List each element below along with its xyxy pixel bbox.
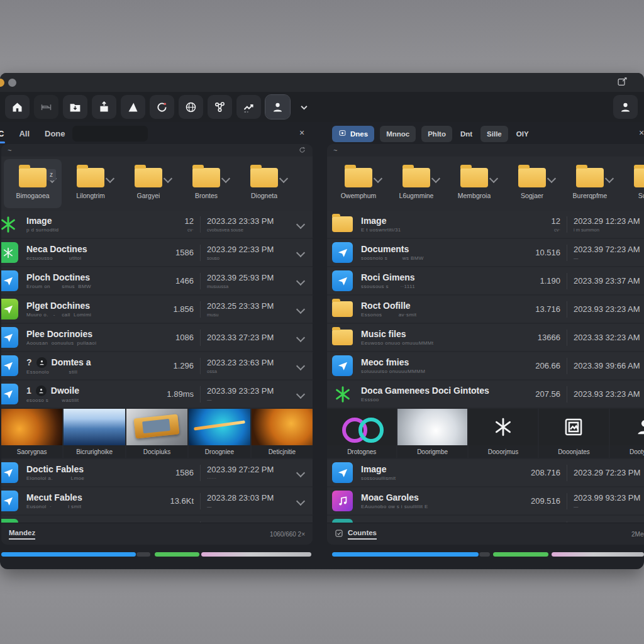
chevron-down-icon[interactable] [279, 174, 288, 183]
thumbnail-tile[interactable]: Saorygnas [1, 409, 62, 458]
thumbnail-tile[interactable]: Doorigmbe [397, 409, 467, 458]
folder-chip[interactable]: Gargyei [119, 159, 177, 208]
file-row[interactable]: Doctic FablesEionolol a. Lmoe15862023.39… [1, 459, 313, 486]
file-row[interactable]: Imagesossouullismit208.7162023.29 72:23 … [327, 459, 644, 486]
expand-chevron[interactable] [292, 221, 309, 228]
chevron-down-icon[interactable] [164, 174, 172, 183]
file-row[interactable]: Imagep d surnodtid12cv·2023.23 23:33 PMc… [1, 211, 313, 238]
left-footer-label[interactable]: Mandez [9, 529, 35, 540]
file-row[interactable]: Plee DocrinoiesAoousan oonuulus pullaaoi… [1, 324, 313, 351]
refresh-icon[interactable] [298, 146, 306, 155]
file-row[interactable]: Roct OofilleEssonos av·smit13.7162023.93… [327, 296, 644, 323]
titlebar[interactable] [0, 73, 644, 92]
file-row[interactable]: Music filesEeuwoso onuuo omuuuMMMt136662… [327, 324, 644, 351]
file-date: 2023.29 12:23 AMi m summon [574, 216, 644, 233]
chevron-down-icon[interactable] [374, 174, 382, 183]
person-button[interactable] [265, 95, 290, 119]
mountain-button[interactable] [121, 95, 145, 119]
box-up-button[interactable] [92, 95, 116, 119]
thumbnail-tile[interactable]: Dooorjmus [469, 409, 538, 458]
folder-chip[interactable]: Diogneta [235, 159, 293, 208]
folder-chip[interactable]: Burerqpfme [561, 159, 619, 208]
left-close-icon[interactable]: × [299, 128, 304, 138]
file-name-text: Domtes a [52, 357, 91, 367]
right-breadcrumb[interactable]: ~ [327, 144, 644, 157]
right-footer-label[interactable]: Countes [348, 529, 377, 540]
file-row[interactable]: 1Dwoileesooso s wastilit1.89ms2023.39 23… [1, 380, 313, 408]
expand-chevron[interactable] [292, 391, 309, 397]
expand-chevron[interactable] [292, 250, 309, 256]
folder-chip[interactable]: L6ugmmine [387, 159, 445, 208]
thumbnail-tile[interactable]: Bicrurighoike [64, 409, 125, 458]
home-button[interactable] [5, 95, 30, 119]
folder-name: Gargyei [137, 192, 160, 199]
tab-c[interactable]: C [0, 125, 4, 142]
thumbnail-tile[interactable]: Docipiuks [126, 409, 187, 458]
filter-tab-oly[interactable]: OlY [514, 126, 531, 142]
file-row[interactable]: Ploch DoctinesEroum on smus BMW14662023.… [1, 267, 313, 294]
file-row[interactable]: ?Domtes aEssonolo still1.2962023.23 23:6… [1, 352, 313, 379]
left-tab-bar: CAllDone [0, 122, 313, 145]
file-row[interactable]: Neca Doctinesecsuousso utltoi15862023.29… [1, 239, 313, 266]
folder-name: Brontes [195, 192, 218, 199]
folder-chip[interactable]: Owemphum [330, 159, 387, 208]
sort-arrows-button[interactable] [236, 95, 261, 119]
folder-import-button[interactable] [63, 95, 87, 119]
expand-chevron[interactable] [292, 498, 309, 504]
folder-chip[interactable]: Sogjaer [503, 159, 561, 208]
folder-chip[interactable]: Sunge [619, 159, 644, 208]
tab-done[interactable]: Done [45, 125, 65, 142]
profile-button[interactable] [613, 95, 638, 119]
file-row[interactable]: Meoc fmiessoluuuuiso onuuuuMMMM206.66202… [327, 352, 644, 379]
network-button[interactable] [208, 95, 232, 119]
progress-segment [1, 552, 136, 557]
chevron-down-icon[interactable] [431, 174, 440, 183]
tab-all[interactable]: All [19, 125, 30, 142]
globe-button[interactable] [179, 95, 203, 119]
folder-name: Sogjaer [521, 192, 543, 199]
thumbnail-tile[interactable]: Droogniee [189, 409, 250, 458]
chevron-down-icon[interactable] [547, 174, 556, 183]
chevron-down-icon[interactable] [489, 174, 498, 183]
expand-chevron[interactable] [292, 278, 309, 284]
right-close-icon[interactable]: × [639, 128, 644, 138]
filter-tab-dnt[interactable]: Dnt [458, 126, 475, 142]
chevron-down-icon[interactable] [221, 174, 230, 183]
traffic-light-minimize[interactable] [8, 79, 16, 87]
thumbnail-tile[interactable]: Dooonjates [539, 409, 608, 458]
filter-tab-dnes[interactable]: Dnes [332, 126, 374, 142]
folder-chip[interactable]: zBimogaoea [4, 159, 62, 208]
compose-window-icon[interactable] [617, 77, 628, 90]
file-row[interactable]: Doca Gamenees Doci GintotesEsssoo207.562… [327, 380, 644, 408]
filter-tab-mnnoc[interactable]: Mnnoc [380, 126, 416, 142]
left-breadcrumb[interactable]: ~ [1, 144, 313, 157]
folder-icon [332, 214, 353, 235]
file-size-sub: cv· [521, 227, 560, 233]
thumbnail-tile[interactable]: Dootymine [610, 409, 644, 458]
file-name: Doctic Fables [26, 464, 155, 474]
thumbnail-tile[interactable]: Drotognes [327, 409, 396, 458]
file-row[interactable]: ImageE t uoswnrtiti/3112cv·2023.29 12:23… [327, 211, 644, 238]
filter-tab-phlto[interactable]: Phlto [421, 126, 452, 142]
expand-chevron[interactable] [292, 306, 309, 313]
chevron-down-button[interactable] [294, 95, 313, 119]
chevron-down-icon[interactable] [106, 174, 114, 183]
expand-chevron[interactable] [292, 335, 309, 341]
traffic-light-close[interactable] [0, 79, 4, 87]
filter-tab-sille[interactable]: Sille [480, 126, 508, 142]
thumbnail-tile[interactable]: Deticjnitie [252, 409, 313, 458]
file-row[interactable]: Roci Gimensssousous s ··11111.1902023.39… [327, 267, 644, 294]
file-row[interactable]: Mecut FablesEusonol · i smit13.6Kt2023.2… [1, 487, 313, 514]
file-row[interactable]: Documentssoosnolo s ws BMW10.5162023.39 … [327, 239, 644, 266]
folder-chip[interactable]: Membgroia [445, 159, 503, 208]
file-row[interactable]: Plget DochinesMuuro o. - call Lomimi1.85… [1, 296, 313, 323]
bed-button[interactable] [34, 95, 58, 119]
folder-chip[interactable]: Lilongtrim [62, 159, 119, 208]
folder-chip[interactable]: Brontes [177, 159, 235, 208]
chevron-down-icon[interactable] [605, 174, 614, 183]
expand-chevron[interactable] [292, 470, 309, 476]
expand-chevron[interactable] [292, 363, 309, 369]
file-row[interactable]: Moac GarolesEAuunobo ow s i suullillit E… [327, 487, 644, 514]
refresh-button[interactable] [150, 95, 174, 119]
search-input[interactable] [72, 126, 148, 142]
